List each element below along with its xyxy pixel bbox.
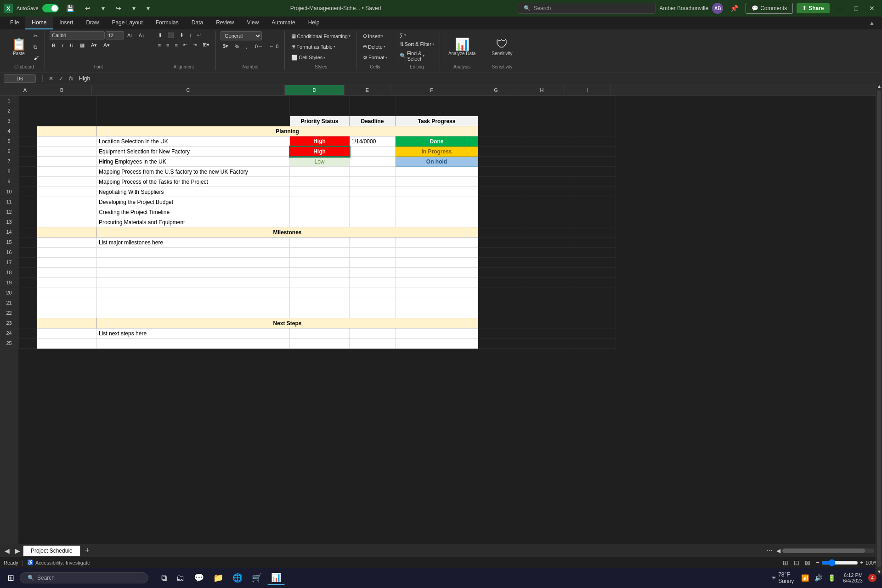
find-select-button[interactable]: 🔍 Find &Select ▾ <box>398 50 436 62</box>
row-num-11[interactable]: 11 <box>0 197 18 207</box>
cell-h13[interactable] <box>524 217 570 227</box>
cell-i25[interactable] <box>570 339 616 349</box>
col-header-c[interactable]: C <box>92 85 285 95</box>
cell-g22[interactable] <box>478 308 524 318</box>
formula-check-button[interactable]: ✕ <box>49 75 53 82</box>
cell-d6[interactable]: High <box>290 147 350 157</box>
row-num-8[interactable]: 8 <box>0 166 18 176</box>
cell-f5[interactable]: Done <box>396 136 478 147</box>
cell-a9[interactable] <box>19 177 37 187</box>
align-middle-button[interactable]: ⬛ <box>165 31 176 39</box>
cell-h9[interactable] <box>524 177 570 187</box>
cell-b8[interactable] <box>37 167 97 177</box>
increase-indent-button[interactable]: ⇥ <box>191 41 199 49</box>
cell-e22[interactable] <box>350 308 396 318</box>
cell-d16[interactable] <box>290 248 350 258</box>
cell-i20[interactable] <box>570 288 616 298</box>
cell-h4[interactable] <box>524 126 570 136</box>
cell-b1[interactable] <box>37 96 97 106</box>
taskbar-search[interactable]: 🔍 Search <box>20 572 148 583</box>
tab-review[interactable]: Review <box>209 17 240 29</box>
row-num-19[interactable]: 19 <box>0 277 18 288</box>
cell-h6[interactable] <box>524 147 570 157</box>
add-sheet-button[interactable]: + <box>81 545 94 556</box>
cell-e20[interactable] <box>350 288 396 298</box>
cell-h12[interactable] <box>524 207 570 217</box>
cell-i13[interactable] <box>570 217 616 227</box>
cell-f13[interactable] <box>396 217 478 227</box>
clock[interactable]: 6:12 PM 6/4/2023 <box>843 572 863 583</box>
cell-e7[interactable] <box>350 157 396 167</box>
cell-f2[interactable] <box>396 106 478 116</box>
cell-a24[interactable] <box>19 328 37 339</box>
cell-b9[interactable] <box>37 177 97 187</box>
cell-f8[interactable] <box>396 167 478 177</box>
cell-b2[interactable] <box>37 106 97 116</box>
cell-a15[interactable] <box>19 237 37 248</box>
cell-c9[interactable]: Mapping Process of the Tasks for the Pro… <box>97 177 290 187</box>
cell-d15[interactable] <box>290 237 350 248</box>
font-family-input[interactable] <box>50 31 105 40</box>
explorer-button[interactable]: 📁 <box>209 571 227 585</box>
zoom-in-button[interactable]: + <box>860 559 864 566</box>
cell-b10[interactable] <box>37 187 97 197</box>
cell-b4[interactable] <box>37 126 97 136</box>
cell-c10[interactable]: Negotiating With Suppliers <box>97 187 290 197</box>
redo-button[interactable]: ↪ <box>112 3 125 14</box>
cell-f11[interactable] <box>396 197 478 207</box>
autosum-button[interactable]: ∑ ▾ <box>398 32 436 39</box>
cell-f15[interactable] <box>396 237 478 248</box>
cell-b18[interactable] <box>37 268 97 278</box>
border-button[interactable]: ▦ <box>78 41 87 49</box>
scroll-thumb[interactable] <box>877 90 881 544</box>
cell-f22[interactable] <box>396 308 478 318</box>
cell-b7[interactable] <box>37 157 97 167</box>
col-header-e[interactable]: E <box>345 85 390 95</box>
cell-b13[interactable] <box>37 217 97 227</box>
cell-i21[interactable] <box>570 298 616 308</box>
cell-i17[interactable] <box>570 258 616 268</box>
cell-h15[interactable] <box>524 237 570 248</box>
cell-h14[interactable] <box>524 227 570 237</box>
cell-g2[interactable] <box>478 106 524 116</box>
cell-e11[interactable] <box>350 197 396 207</box>
cell-d8[interactable] <box>290 167 350 177</box>
cell-c5[interactable]: Location Selection in the UK <box>97 136 290 147</box>
cell-e8[interactable] <box>350 167 396 177</box>
row-num-13[interactable]: 13 <box>0 217 18 227</box>
cell-c21[interactable] <box>97 298 290 308</box>
delete-button[interactable]: ⊖ Delete ▾ <box>361 43 389 51</box>
cell-a13[interactable] <box>19 217 37 227</box>
cell-i7[interactable] <box>570 157 616 167</box>
cell-a23[interactable] <box>19 318 37 328</box>
cell-f17[interactable] <box>396 258 478 268</box>
cell-b20[interactable] <box>37 288 97 298</box>
cell-f6[interactable]: In Progress <box>396 147 478 157</box>
cell-e21[interactable] <box>350 298 396 308</box>
wrap-text-button[interactable]: ↵ <box>195 31 204 39</box>
cell-g19[interactable] <box>478 278 524 288</box>
cell-e19[interactable] <box>350 278 396 288</box>
row-num-16[interactable]: 16 <box>0 247 18 257</box>
cell-g1[interactable] <box>478 96 524 106</box>
sheet-nav-prev[interactable]: ◀ <box>2 546 12 555</box>
italic-button[interactable]: I <box>60 42 66 49</box>
format-painter-button[interactable]: 🖌 <box>31 54 41 62</box>
cell-d19[interactable] <box>290 278 350 288</box>
cell-a10[interactable] <box>19 187 37 197</box>
align-right-button[interactable]: ≡ <box>173 41 180 49</box>
cell-h19[interactable] <box>524 278 570 288</box>
cell-i6[interactable] <box>570 147 616 157</box>
cell-h24[interactable] <box>524 328 570 339</box>
comma-button[interactable]: , <box>243 43 249 50</box>
cell-e17[interactable] <box>350 258 396 268</box>
col-header-d[interactable]: D <box>285 85 345 95</box>
cell-e10[interactable] <box>350 187 396 197</box>
cell-c12[interactable]: Creating the Project Timeline <box>97 207 290 217</box>
row-num-15[interactable]: 15 <box>0 237 18 247</box>
cell-g4[interactable] <box>478 126 524 136</box>
ribbon-expand[interactable]: ▲ <box>869 20 875 26</box>
cell-d21[interactable] <box>290 298 350 308</box>
row-num-1[interactable]: 1 <box>0 96 18 106</box>
cell-g8[interactable] <box>478 167 524 177</box>
